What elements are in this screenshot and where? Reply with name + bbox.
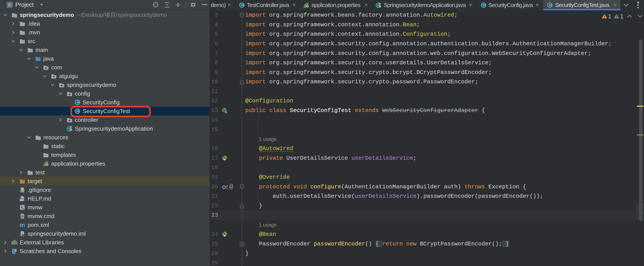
svg-text:MD: MD: [20, 199, 23, 201]
svg-text:m: m: [20, 222, 25, 228]
